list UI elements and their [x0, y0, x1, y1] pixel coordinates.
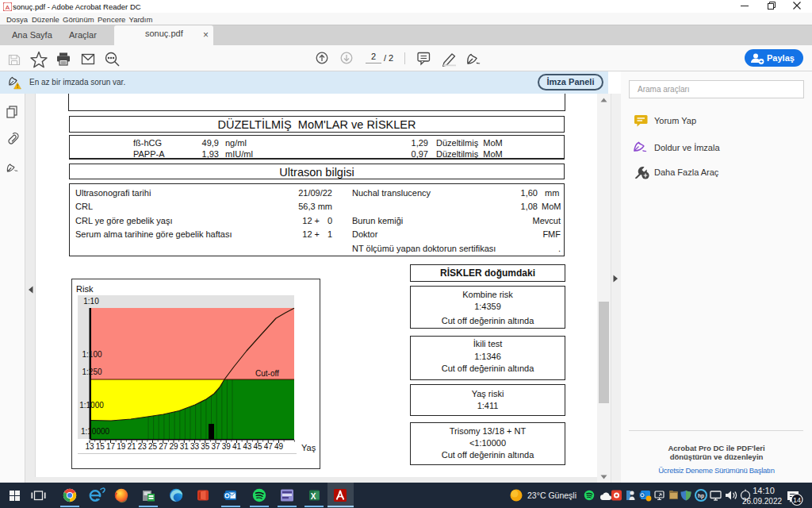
svg-text:14: 14 [793, 496, 801, 504]
svg-text:23°C Güneşli: 23°C Güneşli [527, 491, 576, 500]
svg-text:hp: hp [698, 493, 704, 499]
svg-text:14:10: 14:10 [753, 486, 775, 495]
svg-text:X: X [311, 492, 316, 501]
svg-text:!: ! [17, 83, 18, 89]
svg-text:26.09.2022: 26.09.2022 [742, 497, 782, 506]
